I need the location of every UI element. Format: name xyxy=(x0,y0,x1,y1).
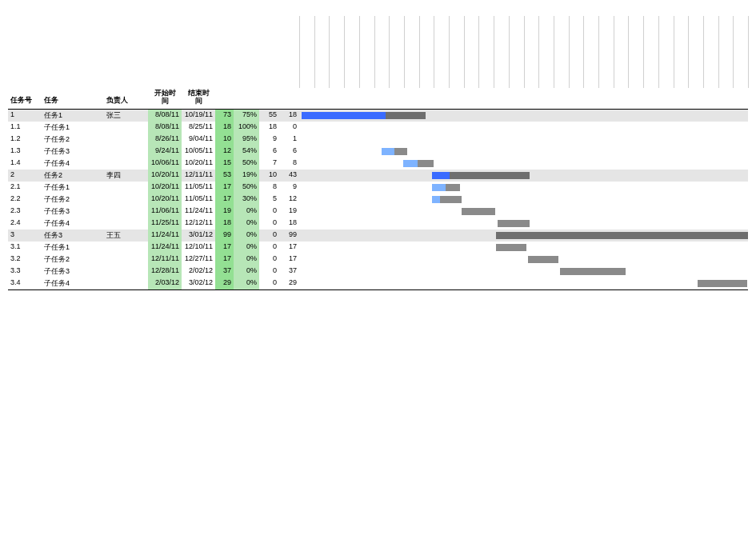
done-cell[interactable]: 6 xyxy=(259,146,279,158)
done-cell[interactable]: 0 xyxy=(259,242,279,254)
done-cell[interactable]: 0 xyxy=(259,277,279,289)
done-cell[interactable]: 0 xyxy=(259,266,279,277)
task-name-cell[interactable]: 子任务1 xyxy=(42,122,104,134)
task-name-cell[interactable]: 子任务1 xyxy=(42,182,104,194)
dur-cell[interactable]: 17 xyxy=(215,194,234,206)
dur-cell[interactable]: 12 xyxy=(215,146,234,158)
task-name-cell[interactable]: 子任务1 xyxy=(42,242,104,254)
remain-cell[interactable]: 17 xyxy=(279,242,299,254)
task-no-cell[interactable]: 3.2 xyxy=(8,254,42,266)
pct-cell[interactable]: 30% xyxy=(234,194,259,206)
task-name-cell[interactable]: 子任务3 xyxy=(42,146,104,158)
remain-cell[interactable]: 1 xyxy=(279,134,299,146)
task-no-cell[interactable]: 3.3 xyxy=(8,266,42,277)
done-cell[interactable]: 0 xyxy=(259,218,279,230)
gantt-bar-done[interactable] xyxy=(432,172,450,179)
end-cell[interactable]: 12/27/11 xyxy=(182,254,215,266)
gantt-bar-remain[interactable] xyxy=(394,148,407,155)
start-cell[interactable]: 12/28/11 xyxy=(148,266,182,277)
gantt-bar-done[interactable] xyxy=(432,184,446,191)
dur-cell[interactable]: 29 xyxy=(215,277,234,289)
task-name-cell[interactable]: 子任务2 xyxy=(42,194,104,206)
end-cell[interactable]: 11/24/11 xyxy=(182,206,215,218)
task-no-cell[interactable]: 1.2 xyxy=(8,134,42,146)
dur-cell[interactable]: 17 xyxy=(215,254,234,266)
gantt-bar-done[interactable] xyxy=(403,160,418,167)
dur-cell[interactable]: 17 xyxy=(215,182,234,194)
dur-cell[interactable]: 53 xyxy=(215,170,234,182)
gantt-bar-remain[interactable] xyxy=(450,172,530,179)
table-row[interactable]: 1.3子任务39/24/1110/05/111254%66 xyxy=(8,146,748,158)
table-row[interactable]: 3任务3王五11/24/113/01/12990%099 xyxy=(8,230,748,242)
owner-cell[interactable] xyxy=(104,218,148,230)
start-cell[interactable]: 10/20/11 xyxy=(148,182,182,194)
end-cell[interactable]: 11/05/11 xyxy=(182,182,215,194)
end-cell[interactable]: 12/11/11 xyxy=(182,170,215,182)
dur-cell[interactable]: 37 xyxy=(215,266,234,277)
remain-cell[interactable]: 0 xyxy=(279,122,299,134)
task-name-cell[interactable]: 任务2 xyxy=(42,170,104,182)
done-cell[interactable]: 0 xyxy=(259,206,279,218)
done-cell[interactable]: 7 xyxy=(259,158,279,170)
table-row[interactable]: 2任务2李四10/20/1112/11/115319%1043 xyxy=(8,170,748,182)
table-row[interactable]: 3.4子任务42/03/123/02/12290%029 xyxy=(8,277,748,289)
end-cell[interactable]: 8/25/11 xyxy=(182,122,215,134)
gantt-bar-remain[interactable] xyxy=(446,184,460,191)
task-no-cell[interactable]: 3.1 xyxy=(8,242,42,254)
table-row[interactable]: 3.3子任务312/28/112/02/12370%037 xyxy=(8,266,748,277)
remain-cell[interactable]: 19 xyxy=(279,206,299,218)
table-row[interactable]: 3.1子任务111/24/1112/10/11170%017 xyxy=(8,242,748,254)
task-no-cell[interactable]: 2.3 xyxy=(8,206,42,218)
done-cell[interactable]: 55 xyxy=(259,110,279,122)
gantt-bar-remain[interactable] xyxy=(418,160,434,167)
start-cell[interactable]: 11/06/11 xyxy=(148,206,182,218)
owner-cell[interactable] xyxy=(104,194,148,206)
start-cell[interactable]: 9/24/11 xyxy=(148,146,182,158)
owner-cell[interactable] xyxy=(104,206,148,218)
owner-cell[interactable] xyxy=(104,134,148,146)
table-row[interactable]: 2.2子任务210/20/1111/05/111730%512 xyxy=(8,194,748,206)
remain-cell[interactable]: 37 xyxy=(279,266,299,277)
done-cell[interactable]: 18 xyxy=(259,122,279,134)
gantt-bar-remain[interactable] xyxy=(698,280,747,287)
task-no-cell[interactable]: 1.3 xyxy=(8,146,42,158)
start-cell[interactable]: 11/24/11 xyxy=(148,242,182,254)
dur-cell[interactable]: 18 xyxy=(215,218,234,230)
done-cell[interactable]: 0 xyxy=(259,254,279,266)
pct-cell[interactable]: 0% xyxy=(234,206,259,218)
start-cell[interactable]: 10/20/11 xyxy=(148,194,182,206)
start-cell[interactable]: 8/08/11 xyxy=(148,110,182,122)
task-name-cell[interactable]: 子任务4 xyxy=(42,277,104,289)
dur-cell[interactable]: 73 xyxy=(215,110,234,122)
table-row[interactable]: 1.2子任务28/26/119/04/111095%91 xyxy=(8,134,748,146)
remain-cell[interactable]: 17 xyxy=(279,254,299,266)
end-cell[interactable]: 10/05/11 xyxy=(182,146,215,158)
task-name-cell[interactable]: 子任务4 xyxy=(42,218,104,230)
table-row[interactable]: 2.3子任务311/06/1111/24/11190%019 xyxy=(8,206,748,218)
task-name-cell[interactable]: 子任务2 xyxy=(42,254,104,266)
owner-cell[interactable] xyxy=(104,158,148,170)
remain-cell[interactable]: 99 xyxy=(279,230,299,242)
done-cell[interactable]: 10 xyxy=(259,170,279,182)
table-row[interactable]: 1.4子任务410/06/1110/20/111550%78 xyxy=(8,158,748,170)
gantt-bar-remain[interactable] xyxy=(496,244,526,251)
task-name-cell[interactable]: 子任务3 xyxy=(42,266,104,277)
task-no-cell[interactable]: 2.1 xyxy=(8,182,42,194)
owner-cell[interactable] xyxy=(104,254,148,266)
owner-cell[interactable]: 李四 xyxy=(104,170,148,182)
task-name-cell[interactable]: 任务3 xyxy=(42,230,104,242)
gantt-bar-remain[interactable] xyxy=(498,220,530,227)
gantt-bar-remain[interactable] xyxy=(462,208,495,215)
gantt-bar-remain[interactable] xyxy=(386,112,426,119)
done-cell[interactable]: 8 xyxy=(259,182,279,194)
pct-cell[interactable]: 50% xyxy=(234,158,259,170)
end-cell[interactable]: 11/05/11 xyxy=(182,194,215,206)
owner-cell[interactable] xyxy=(104,182,148,194)
pct-cell[interactable]: 19% xyxy=(234,170,259,182)
remain-cell[interactable]: 29 xyxy=(279,277,299,289)
gantt-bar-done[interactable] xyxy=(382,148,394,155)
start-cell[interactable]: 11/24/11 xyxy=(148,230,182,242)
task-name-cell[interactable]: 子任务2 xyxy=(42,134,104,146)
start-cell[interactable]: 10/06/11 xyxy=(148,158,182,170)
table-row[interactable]: 1.1子任务18/08/118/25/1118100%180 xyxy=(8,122,748,134)
